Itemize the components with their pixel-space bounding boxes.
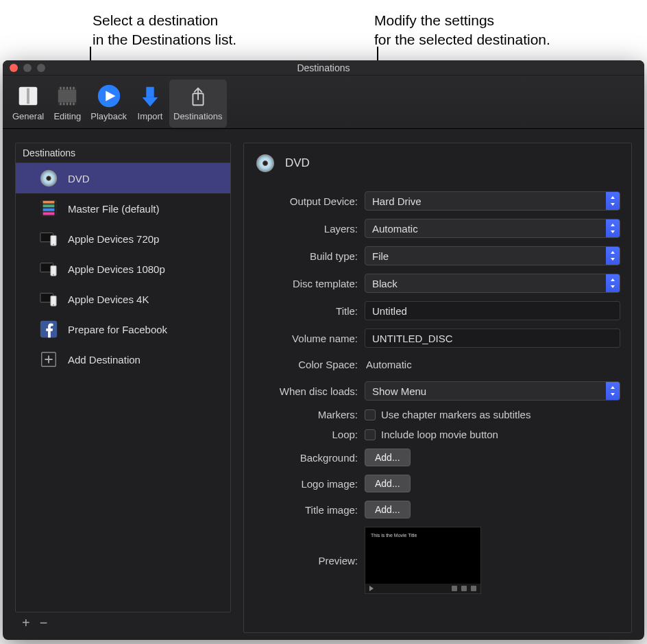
sidebar-item-label: Apple Devices 4K	[68, 294, 149, 305]
color-space-value: Automatic	[365, 356, 620, 373]
add-destination-button[interactable]: +	[22, 615, 30, 631]
toolbar: General Editing Playback Import Destinat…	[3, 75, 644, 129]
color-space-label: Color Space:	[255, 359, 358, 370]
form: Output Device: Hard Drive Layers: Automa…	[255, 191, 620, 594]
svg-rect-8	[70, 87, 71, 90]
svg-rect-2	[58, 90, 77, 103]
title-label: Title:	[255, 305, 358, 317]
preview-thumbnail: This is the Movie Title	[365, 527, 481, 594]
toolbar-editing[interactable]: Editing	[48, 80, 86, 128]
sidebar-item-facebook[interactable]: Prepare for Facebook	[16, 314, 230, 344]
devices-icon	[39, 289, 58, 309]
detail-panel: DVD Output Device: Hard Drive Layers: Au…	[243, 143, 632, 633]
logo-image-label: Logo image:	[255, 478, 358, 490]
callout-left-text: Select a destinationin the Destinations …	[93, 11, 236, 50]
preview-title-text: This is the Movie Title	[371, 533, 417, 538]
title-input[interactable]	[365, 301, 620, 320]
svg-point-37	[53, 304, 54, 305]
svg-rect-10	[60, 103, 62, 106]
add-icon	[39, 350, 58, 369]
svg-rect-1	[27, 88, 29, 104]
loop-label: Loop:	[255, 429, 358, 440]
title-image-add-button[interactable]: Add...	[365, 501, 411, 518]
when-disc-loads-popup[interactable]: Show Menu	[365, 381, 620, 401]
detail-title: DVD	[285, 156, 310, 170]
playback-icon	[94, 82, 124, 110]
disc-icon	[255, 153, 276, 174]
layers-popup[interactable]: Automatic	[365, 219, 620, 238]
popup-value: Black	[372, 278, 398, 289]
svg-rect-13	[70, 103, 71, 106]
disc-template-popup[interactable]: Black	[365, 274, 620, 293]
markers-checkbox[interactable]	[365, 409, 376, 420]
toolbar-label: Editing	[53, 111, 81, 121]
close-button[interactable]	[10, 64, 18, 72]
sidebar-item-label: Master File (default)	[68, 203, 159, 215]
preview-controls	[365, 584, 480, 593]
toolbar-destinations[interactable]: Destinations	[169, 80, 227, 128]
callouts: Select a destinationin the Destinations …	[0, 7, 647, 60]
devices-icon	[39, 229, 58, 248]
sidebar-item-master-file[interactable]: Master File (default)	[16, 193, 230, 224]
svg-point-34	[53, 274, 54, 275]
sidebar-header: Destinations	[16, 143, 230, 163]
background-label: Background:	[255, 452, 358, 464]
svg-rect-7	[66, 87, 68, 90]
sidebar-item-label: Apple Devices 1080p	[68, 263, 165, 275]
facebook-icon	[39, 320, 58, 339]
sidebar-item-dvd[interactable]: DVD	[16, 163, 230, 193]
preview-label: Preview:	[255, 555, 358, 567]
detail-header: DVD	[255, 153, 620, 174]
sidebar-item-apple-1080p[interactable]: Apple Devices 1080p	[16, 254, 230, 284]
volume-name-label: Volume name:	[255, 333, 358, 344]
title-image-label: Title image:	[255, 504, 358, 516]
sidebar-footer: + −	[15, 612, 231, 633]
preview-play-icon	[369, 586, 374, 591]
svg-rect-6	[64, 87, 65, 90]
svg-rect-27	[41, 201, 43, 216]
popup-value: Show Menu	[372, 385, 426, 397]
toolbar-playback[interactable]: Playback	[86, 80, 131, 128]
general-icon	[13, 82, 43, 110]
callout-right-text: Modify the settingsfor the selected dest…	[374, 11, 550, 50]
import-icon	[135, 82, 165, 110]
minimize-button[interactable]	[23, 64, 32, 72]
background-add-button[interactable]: Add...	[365, 449, 411, 466]
sidebar-item-add-destination[interactable]: Add Destination	[16, 344, 230, 374]
sidebar-item-apple-720p[interactable]: Apple Devices 720p	[16, 224, 230, 254]
toolbar-import[interactable]: Import	[131, 80, 169, 128]
loop-checkbox-label: Include loop movie button	[381, 429, 498, 440]
layers-label: Layers:	[255, 223, 358, 235]
toolbar-general[interactable]: General	[8, 80, 48, 128]
svg-rect-28	[54, 201, 56, 216]
editing-icon	[52, 82, 82, 110]
remove-destination-button[interactable]: −	[40, 615, 48, 631]
destinations-icon	[183, 82, 213, 110]
zoom-button[interactable]	[37, 64, 45, 72]
loop-checkbox[interactable]	[365, 429, 376, 440]
svg-rect-9	[73, 87, 75, 90]
svg-rect-23	[41, 201, 56, 204]
sidebar-item-apple-4k[interactable]: Apple Devices 4K	[16, 284, 230, 314]
traffic-lights	[10, 64, 45, 72]
volume-name-input[interactable]	[365, 329, 620, 348]
sidebar-item-label: Add Destination	[68, 354, 141, 366]
popup-value: Hard Drive	[372, 195, 422, 207]
sidebar-item-label: Prepare for Facebook	[68, 324, 167, 335]
output-device-label: Output Device:	[255, 195, 358, 207]
build-type-popup[interactable]: File	[365, 246, 620, 265]
svg-rect-24	[41, 204, 56, 207]
svg-rect-25	[41, 208, 56, 211]
toolbar-label: Destinations	[173, 111, 223, 121]
svg-point-21	[47, 176, 51, 181]
devices-icon	[39, 259, 58, 278]
sidebar: Destinations DVD Master File (default)	[15, 143, 231, 633]
when-disc-loads-label: When disc loads:	[255, 385, 358, 397]
output-device-popup[interactable]: Hard Drive	[365, 191, 620, 211]
logo-image-add-button[interactable]: Add...	[365, 475, 411, 492]
build-type-label: Build type:	[255, 250, 358, 262]
preview-right-icons	[452, 586, 476, 591]
svg-rect-17	[146, 87, 154, 97]
svg-rect-5	[60, 87, 62, 90]
content-area: Destinations DVD Master File (default)	[3, 129, 644, 640]
